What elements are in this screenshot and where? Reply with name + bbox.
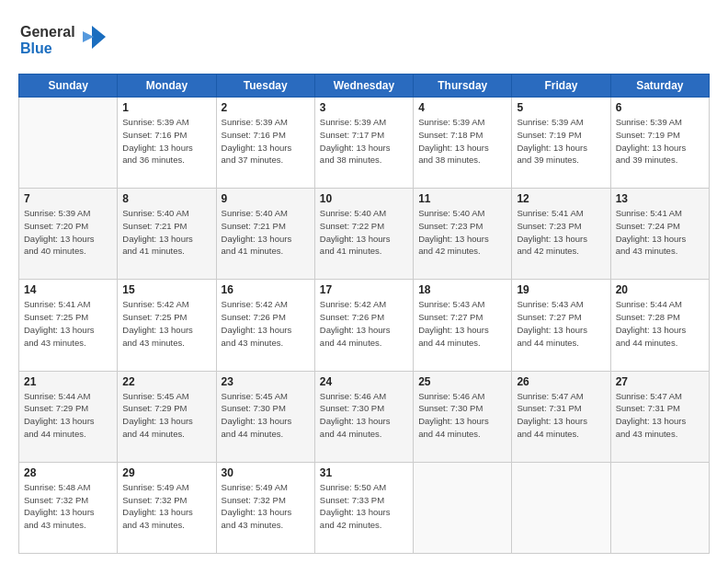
calendar-cell: 1Sunrise: 5:39 AM Sunset: 7:16 PM Daylig… [118,98,216,189]
day-number: 7 [24,192,112,205]
day-info: Sunrise: 5:43 AM Sunset: 7:27 PM Dayligh… [418,298,506,349]
calendar-cell [610,462,709,553]
calendar-cell: 27Sunrise: 5:47 AM Sunset: 7:31 PM Dayli… [610,371,709,462]
weekday-header-row: SundayMondayTuesdayWednesdayThursdayFrid… [19,75,710,98]
day-number: 16 [222,283,310,296]
calendar-cell: 6Sunrise: 5:39 AM Sunset: 7:19 PM Daylig… [610,98,709,189]
weekday-header-thursday: Thursday [414,75,512,98]
calendar-cell: 15Sunrise: 5:42 AM Sunset: 7:25 PM Dayli… [118,280,216,371]
calendar-cell: 13Sunrise: 5:41 AM Sunset: 7:24 PM Dayli… [610,189,709,280]
day-number: 2 [222,101,310,114]
weekday-header-friday: Friday [512,75,610,98]
day-info: Sunrise: 5:42 AM Sunset: 7:26 PM Dayligh… [222,298,310,349]
calendar-cell: 9Sunrise: 5:40 AM Sunset: 7:21 PM Daylig… [216,189,314,280]
day-info: Sunrise: 5:40 AM Sunset: 7:23 PM Dayligh… [418,207,506,258]
calendar-week-row: 14Sunrise: 5:41 AM Sunset: 7:25 PM Dayli… [19,280,710,371]
day-info: Sunrise: 5:45 AM Sunset: 7:29 PM Dayligh… [122,390,210,441]
day-info: Sunrise: 5:43 AM Sunset: 7:27 PM Dayligh… [517,298,605,349]
svg-marker-2 [92,26,106,49]
calendar-week-row: 1Sunrise: 5:39 AM Sunset: 7:16 PM Daylig… [19,98,710,189]
calendar-cell: 19Sunrise: 5:43 AM Sunset: 7:27 PM Dayli… [512,280,610,371]
calendar-cell: 31Sunrise: 5:50 AM Sunset: 7:33 PM Dayli… [314,462,413,553]
calendar-cell: 24Sunrise: 5:46 AM Sunset: 7:30 PM Dayli… [314,371,413,462]
day-info: Sunrise: 5:44 AM Sunset: 7:29 PM Dayligh… [24,390,112,441]
calendar-cell: 29Sunrise: 5:49 AM Sunset: 7:32 PM Dayli… [118,462,216,553]
svg-text:Blue: Blue [20,40,52,56]
day-number: 6 [616,101,704,114]
header: General Blue [18,17,710,64]
page: General Blue SundayMondayTuesdayWednesda… [0,0,728,563]
weekday-header-sunday: Sunday [19,75,118,98]
day-info: Sunrise: 5:45 AM Sunset: 7:30 PM Dayligh… [222,390,310,441]
calendar-cell: 8Sunrise: 5:40 AM Sunset: 7:21 PM Daylig… [118,189,216,280]
calendar-cell: 22Sunrise: 5:45 AM Sunset: 7:29 PM Dayli… [118,371,216,462]
day-info: Sunrise: 5:39 AM Sunset: 7:20 PM Dayligh… [24,207,112,258]
day-info: Sunrise: 5:46 AM Sunset: 7:30 PM Dayligh… [418,390,506,441]
calendar-cell: 20Sunrise: 5:44 AM Sunset: 7:28 PM Dayli… [610,280,709,371]
calendar-cell: 25Sunrise: 5:46 AM Sunset: 7:30 PM Dayli… [414,371,512,462]
day-number: 13 [616,192,704,205]
day-info: Sunrise: 5:47 AM Sunset: 7:31 PM Dayligh… [616,390,704,441]
day-info: Sunrise: 5:40 AM Sunset: 7:21 PM Dayligh… [122,207,210,258]
logo: General Blue [18,17,106,64]
calendar-table: SundayMondayTuesdayWednesdayThursdayFrid… [18,74,710,554]
day-number: 22 [122,375,210,388]
calendar-cell [19,98,118,189]
day-info: Sunrise: 5:39 AM Sunset: 7:16 PM Dayligh… [222,116,310,167]
calendar-cell [414,462,512,553]
day-info: Sunrise: 5:44 AM Sunset: 7:28 PM Dayligh… [616,298,704,349]
calendar-week-row: 7Sunrise: 5:39 AM Sunset: 7:20 PM Daylig… [19,189,710,280]
day-number: 24 [320,375,408,388]
calendar-cell: 5Sunrise: 5:39 AM Sunset: 7:19 PM Daylig… [512,98,610,189]
day-info: Sunrise: 5:50 AM Sunset: 7:33 PM Dayligh… [320,481,408,532]
calendar-cell: 4Sunrise: 5:39 AM Sunset: 7:18 PM Daylig… [414,98,512,189]
day-number: 27 [616,375,704,388]
calendar-week-row: 21Sunrise: 5:44 AM Sunset: 7:29 PM Dayli… [19,371,710,462]
calendar-cell: 2Sunrise: 5:39 AM Sunset: 7:16 PM Daylig… [216,98,314,189]
day-number: 10 [320,192,408,205]
day-info: Sunrise: 5:47 AM Sunset: 7:31 PM Dayligh… [517,390,605,441]
calendar-cell: 14Sunrise: 5:41 AM Sunset: 7:25 PM Dayli… [19,280,118,371]
calendar-cell: 23Sunrise: 5:45 AM Sunset: 7:30 PM Dayli… [216,371,314,462]
day-number: 28 [24,466,112,479]
day-number: 20 [616,283,704,296]
day-info: Sunrise: 5:40 AM Sunset: 7:21 PM Dayligh… [222,207,310,258]
day-number: 31 [320,466,408,479]
day-number: 1 [122,101,210,114]
calendar-cell: 17Sunrise: 5:42 AM Sunset: 7:26 PM Dayli… [314,280,413,371]
calendar-cell: 28Sunrise: 5:48 AM Sunset: 7:32 PM Dayli… [19,462,118,553]
weekday-header-tuesday: Tuesday [216,75,314,98]
calendar-cell: 16Sunrise: 5:42 AM Sunset: 7:26 PM Dayli… [216,280,314,371]
day-info: Sunrise: 5:42 AM Sunset: 7:25 PM Dayligh… [122,298,210,349]
day-info: Sunrise: 5:39 AM Sunset: 7:16 PM Dayligh… [122,116,210,167]
calendar-cell: 7Sunrise: 5:39 AM Sunset: 7:20 PM Daylig… [19,189,118,280]
weekday-header-monday: Monday [118,75,216,98]
calendar-cell: 26Sunrise: 5:47 AM Sunset: 7:31 PM Dayli… [512,371,610,462]
day-number: 9 [222,192,310,205]
calendar-cell: 12Sunrise: 5:41 AM Sunset: 7:23 PM Dayli… [512,189,610,280]
day-number: 3 [320,101,408,114]
day-info: Sunrise: 5:41 AM Sunset: 7:23 PM Dayligh… [517,207,605,258]
day-number: 29 [122,466,210,479]
day-number: 17 [320,283,408,296]
weekday-header-wednesday: Wednesday [314,75,413,98]
day-info: Sunrise: 5:39 AM Sunset: 7:19 PM Dayligh… [517,116,605,167]
day-number: 21 [24,375,112,388]
day-info: Sunrise: 5:39 AM Sunset: 7:17 PM Dayligh… [320,116,408,167]
logo-icon: General Blue [18,17,106,61]
day-info: Sunrise: 5:49 AM Sunset: 7:32 PM Dayligh… [122,481,210,532]
day-number: 30 [222,466,310,479]
day-number: 4 [418,101,506,114]
day-number: 25 [418,375,506,388]
day-number: 8 [122,192,210,205]
day-info: Sunrise: 5:41 AM Sunset: 7:24 PM Dayligh… [616,207,704,258]
day-info: Sunrise: 5:48 AM Sunset: 7:32 PM Dayligh… [24,481,112,532]
calendar-cell: 18Sunrise: 5:43 AM Sunset: 7:27 PM Dayli… [414,280,512,371]
day-info: Sunrise: 5:42 AM Sunset: 7:26 PM Dayligh… [320,298,408,349]
day-number: 18 [418,283,506,296]
day-number: 19 [517,283,605,296]
day-info: Sunrise: 5:39 AM Sunset: 7:19 PM Dayligh… [616,116,704,167]
calendar-cell: 11Sunrise: 5:40 AM Sunset: 7:23 PM Dayli… [414,189,512,280]
calendar-cell [512,462,610,553]
day-number: 15 [122,283,210,296]
